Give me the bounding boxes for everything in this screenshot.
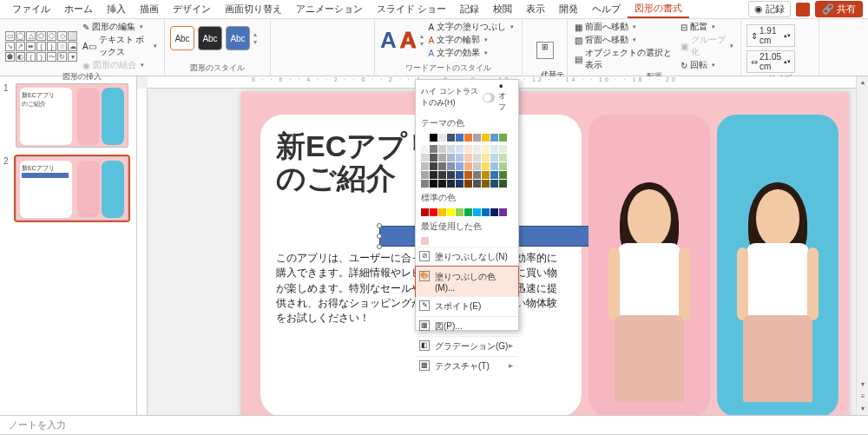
align-button[interactable]: ⊟配置 (679, 21, 735, 33)
color-swatch[interactable] (430, 134, 437, 142)
tab-home[interactable]: ホーム (57, 1, 100, 17)
wordart-a1[interactable]: A (380, 27, 397, 54)
color-swatch[interactable] (499, 208, 507, 216)
textbox-button[interactable]: A▭テキスト ボックス (81, 34, 159, 58)
photo-2[interactable] (717, 115, 838, 415)
thumbnail-1[interactable]: 1 新ECアプリ のご紹介 (3, 83, 133, 148)
standard-colors-label: 標準の色 (416, 189, 518, 207)
merge-icon: ◉ (82, 61, 90, 70)
selection-pane-button[interactable]: ▤オブジェクトの選択と表示 (573, 47, 675, 71)
textbox-icon: A▭ (82, 42, 96, 51)
text-outline-button[interactable]: A文字の輪郭 (427, 34, 516, 46)
vertical-scrollbar[interactable]: ▴ ▾ ≡ ▾ (856, 76, 868, 415)
color-swatch[interactable] (473, 134, 481, 142)
slide-title-1: 新ECアプリ (276, 129, 437, 162)
group-label-wordart: ワードアートのスタイル (380, 63, 516, 74)
color-swatch[interactable] (482, 134, 490, 142)
photo-1[interactable] (589, 115, 710, 415)
rotate-button[interactable]: ↻回転 (679, 59, 735, 71)
group-icon: ▣ (681, 42, 688, 51)
main-area: 1 新ECアプリ のご紹介 2 新ECアプリ 8 · · 6 · · 4 · ·… (0, 76, 868, 415)
height-icon: ⇕ (751, 31, 758, 41)
color-swatch[interactable] (456, 134, 464, 142)
text-fill-button[interactable]: A文字の塗りつぶし (427, 21, 516, 33)
color-swatch[interactable] (499, 134, 507, 142)
tab-file[interactable]: ファイル (5, 1, 57, 17)
standard-color-swatches[interactable] (416, 207, 518, 218)
width-input[interactable]: ⇔21.05 cm▴▾ (746, 50, 795, 73)
alt-text-icon: ⊞ (536, 42, 554, 59)
gradient-fill-item[interactable]: ◧グラデーション(G)▸ (416, 336, 518, 356)
color-swatch[interactable] (421, 134, 429, 142)
no-fill-item[interactable]: ⊘塗りつぶしなし(N) (416, 247, 518, 267)
color-swatch[interactable] (421, 208, 429, 216)
theme-color-swatches[interactable] (416, 132, 518, 143)
tab-record[interactable]: 記録 (453, 1, 486, 17)
slide[interactable]: 新ECアプリのご紹介 このアプリは、ユーザーに合った商品をお勧めし、効率的に購入… (241, 92, 849, 415)
group-button[interactable]: ▣グループ化 (679, 34, 735, 58)
color-swatch[interactable] (464, 208, 472, 216)
notes-pane[interactable]: ノートを入力 (0, 415, 868, 434)
height-input[interactable]: ⇕1.91 cm▴▾ (746, 24, 795, 47)
ribbon: ▭◯△⬠⬡◇⬜ ↘↗⬌{}☆☁ ⬟◐()〜↻▾ ✎図形の編集 A▭テキスト ボッ… (0, 19, 868, 76)
color-swatch[interactable] (438, 208, 446, 216)
mic-button[interactable] (796, 3, 810, 16)
merge-shapes-button[interactable]: ◉図形の結合 (81, 59, 159, 71)
color-swatch[interactable] (456, 208, 464, 216)
send-backward-button[interactable]: ▧背面へ移動 (573, 34, 675, 46)
tab-transitions[interactable]: 画面切り替え (218, 1, 289, 17)
color-swatch[interactable] (447, 208, 455, 216)
color-swatch[interactable] (490, 134, 498, 142)
thumbnail-2[interactable]: 2 新ECアプリ (3, 156, 133, 221)
align-icon: ⊟ (681, 23, 687, 32)
contrast-label: ハイ コントラストのみ(H) (421, 86, 479, 109)
share-button[interactable]: 🔗 共有 (815, 1, 863, 17)
tab-review[interactable]: 校閲 (486, 1, 519, 17)
color-swatch[interactable] (430, 208, 437, 216)
contrast-toggle[interactable] (483, 93, 495, 102)
tab-design[interactable]: デザイン (166, 1, 218, 17)
front-icon: ▦ (575, 23, 582, 32)
edit-shape-button[interactable]: ✎図形の編集 (81, 21, 159, 33)
style-preset-1[interactable]: Abc (170, 26, 194, 50)
shape-gallery[interactable]: ▭◯△⬠⬡◇⬜ ↘↗⬌{}☆☁ ⬟◐()〜↻▾ (5, 31, 77, 62)
style-preset-3[interactable]: Abc (226, 26, 250, 50)
tab-help[interactable]: ヘルプ (585, 1, 628, 17)
menu-tabs: ファイル ホーム 挿入 描画 デザイン 画面切り替え アニメーション スライド … (0, 0, 868, 19)
color-swatch[interactable] (473, 208, 481, 216)
tab-slideshow[interactable]: スライド ショー (370, 1, 453, 17)
record-button[interactable]: ◉ 記録 (748, 1, 791, 17)
color-swatch[interactable] (421, 237, 429, 245)
color-swatch[interactable] (447, 134, 455, 142)
texture-fill-item[interactable]: ▩テクスチャ(T)▸ (416, 356, 518, 376)
width-icon: ⇔ (751, 57, 758, 67)
shape-fill-dropdown: ハイ コントラストのみ(H)● オフ テーマの色 標準の色 最近使用した色 ⊘塗… (415, 79, 519, 331)
slide-title-2: のご紹介 (276, 161, 396, 194)
group-label-shape-styles: 図形のスタイル (170, 63, 265, 74)
slide-thumbnails[interactable]: 1 新ECアプリ のご紹介 2 新ECアプリ (0, 76, 137, 415)
color-swatch[interactable] (490, 208, 498, 216)
tab-developer[interactable]: 開発 (552, 1, 585, 17)
tab-view[interactable]: 表示 (519, 1, 552, 17)
style-preset-2[interactable]: Abc (198, 26, 222, 50)
edit-shape-icon: ✎ (82, 23, 89, 32)
color-swatch[interactable] (482, 208, 490, 216)
selpane-icon: ▤ (575, 55, 582, 64)
tab-draw[interactable]: 描画 (133, 1, 166, 17)
text-effects-button[interactable]: A文字の効果 (427, 47, 516, 59)
color-swatch[interactable] (464, 134, 472, 142)
tab-insert[interactable]: 挿入 (100, 1, 133, 17)
tab-animations[interactable]: アニメーション (289, 1, 370, 17)
bring-forward-button[interactable]: ▦前面へ移動 (573, 21, 675, 33)
tab-shape-format[interactable]: 図形の書式 (628, 0, 689, 18)
more-colors-item[interactable]: 🎨塗りつぶしの色(M)... (416, 267, 518, 296)
wordart-a2[interactable]: A (400, 27, 417, 54)
recent-color-swatches[interactable] (416, 235, 518, 247)
color-swatch[interactable] (438, 134, 446, 142)
slide-canvas[interactable]: 8 · · 6 · · 4 · · 2 · · 0 · · 2 · · 4 · … (137, 76, 868, 415)
rotate-icon: ↻ (681, 61, 687, 70)
contrast-state: ● オフ (498, 82, 513, 113)
eyedropper-item[interactable]: ✎スポイト(E) (416, 296, 518, 316)
picture-fill-item[interactable]: ▦図(P)... (416, 316, 518, 336)
theme-colors-label: テーマの色 (416, 115, 518, 132)
